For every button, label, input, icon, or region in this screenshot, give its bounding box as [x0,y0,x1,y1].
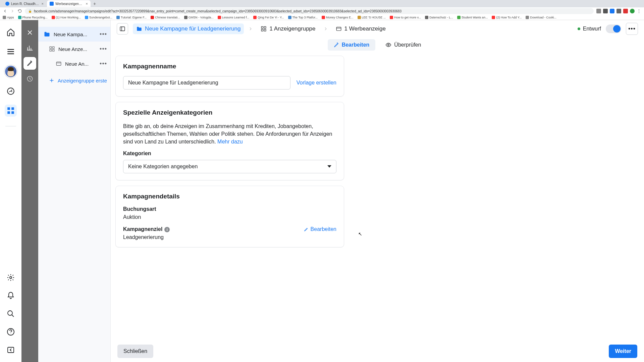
bookmarks-bar: Apps Phone Recycling... (1) How Working.… [0,15,644,20]
bookmark-item[interactable]: The Top 3 Platfor... [288,16,318,19]
breadcrumb-campaign[interactable]: Neue Kampagne für Leadgenerierung [133,23,244,34]
browser-tab-active[interactable]: Werbeanzeigenmanager - We × [47,0,91,7]
breadcrumb-adset[interactable]: 1 Anzeigengruppe [257,23,319,34]
bookmark-item[interactable]: Lessons Learned f... [218,16,250,19]
browser-tab-inactive[interactable]: Leon R. Chaudhari | Facebook × [3,0,46,7]
menu-icon[interactable] [5,46,17,58]
svg-rect-2 [11,107,14,110]
tab-label: Bearbeiten [342,42,370,48]
chart-icon[interactable] [23,42,36,54]
extension-icon[interactable] [630,9,635,13]
bookmark-item[interactable]: GMSN - Vologda... [184,16,214,19]
bookmark-item[interactable]: How to get more v... [390,16,421,19]
help-icon[interactable] [5,326,17,338]
close-button[interactable]: Schließen [117,345,153,358]
svg-point-5 [10,277,12,279]
status-text: Entwurf [583,26,601,32]
more-icon[interactable]: ••• [100,60,107,67]
create-template-link[interactable]: Vorlage erstellen [297,80,336,86]
main-panel: Neue Kampagne für Leadgenerierung 1 Anze… [111,20,644,362]
section-description: Bitte gib an, ob deine Anzeigen im Zusam… [123,122,336,146]
more-icon[interactable]: ••• [100,46,107,53]
bookmark-item[interactable]: Qing Fei De Yi - Y... [253,16,284,19]
bookmark-item[interactable]: Sonderangebot... [85,16,112,19]
close-icon[interactable]: × [42,2,44,6]
extension-icon[interactable] [616,9,621,13]
info-icon[interactable]: i [164,227,170,232]
extension-icon[interactable] [610,9,614,13]
more-button[interactable]: ••• [626,23,638,35]
reload-button[interactable] [17,9,22,13]
next-button[interactable]: Weiter [609,345,637,358]
gauge-icon[interactable] [5,85,17,97]
svg-point-6 [8,311,12,315]
tree-ad-item[interactable]: Neue An... ••• [38,56,110,71]
edit-tool-button[interactable] [23,57,36,70]
grid-icon [49,46,55,52]
extension-icon[interactable] [623,9,628,13]
ads-manager-icon[interactable] [5,105,17,117]
browser-chrome: Leon R. Chaudhari | Facebook × Werbeanze… [0,0,644,20]
account-avatar[interactable] [4,65,17,78]
breadcrumb-row: Neue Kampagne für Leadgenerierung 1 Anze… [111,20,644,38]
bookmark-item[interactable]: (1) How Working... [52,16,81,19]
back-button[interactable] [3,9,7,13]
svg-rect-1 [7,107,10,110]
tab-edit[interactable]: Bearbeiten [328,39,376,51]
extension-icon[interactable] [596,9,601,13]
history-icon[interactable] [23,72,36,85]
status-badge: Entwurf [578,26,601,32]
publish-toggle[interactable] [606,24,621,33]
tab-review[interactable]: Überprüfen [379,39,427,51]
select-value: Keine Kategorien angegeben [128,164,198,170]
search-icon[interactable] [5,308,17,320]
tree-campaign-item[interactable]: Neue Kampa... ••• [38,27,110,42]
cursor-icon: ↖ [358,231,362,237]
notifications-icon[interactable] [5,290,17,302]
tree-adset-item[interactable]: Neue Anze... ••• [38,42,110,56]
facebook-favicon-icon [5,2,9,6]
forward-button[interactable] [10,9,15,13]
more-icon[interactable]: ••• [100,31,107,38]
add-adset-button[interactable]: Anzeigengruppe erste [38,73,110,88]
folder-icon [44,31,50,38]
apps-button[interactable]: Apps [3,16,14,19]
svg-rect-20 [336,27,341,31]
lock-icon: 🔒 [28,9,32,13]
campaign-name-input[interactable] [123,76,290,89]
breadcrumb-ad[interactable]: 1 Werbeanzeige [332,23,389,34]
crumb-label: 1 Werbeanzeige [344,25,386,32]
bookmark-item[interactable]: Datenschutz - L... [425,16,453,19]
svg-rect-3 [7,111,10,114]
url-text: facebook.com/adsmanager/manage/campaigns… [34,9,401,13]
new-tab-button[interactable]: + [91,1,98,6]
bookmark-item[interactable]: Tutorial: Eigene F... [116,16,147,19]
form-scroll-area[interactable]: Kampagnenname Vorlage erstellen Speziell… [111,52,644,341]
browser-menu-icon[interactable]: ⋮ [637,8,641,14]
bookmark-item[interactable]: (2) How To Add Y... [492,16,522,19]
bookmark-item[interactable]: Chinese translati... [151,16,180,19]
close-icon[interactable]: × [86,2,88,6]
status-dot-icon [578,27,580,30]
bookmark-item[interactable]: Phone Recycling... [18,16,48,19]
bookmark-item[interactable]: Student Wants an... [457,16,488,19]
categories-select[interactable]: Keine Kategorien angegeben [123,160,336,173]
fb-ads-favicon-icon [50,2,54,6]
edit-objective-link[interactable]: Bearbeiten [304,226,336,232]
home-icon[interactable] [5,26,17,38]
close-editor-button[interactable] [23,26,36,39]
settings-icon[interactable] [5,272,17,284]
folder-icon [136,26,142,32]
toggle-sidebar-button[interactable] [117,23,128,35]
collapse-icon[interactable] [5,344,17,356]
bookmark-item[interactable]: Money Changes E... [322,16,354,19]
svg-rect-15 [120,27,125,31]
bookmark-item[interactable]: Download - Cooki... [526,16,556,19]
extension-icon[interactable] [603,9,608,13]
url-input[interactable]: 🔒 facebook.com/adsmanager/manage/campaig… [25,8,594,14]
svg-rect-11 [53,47,54,48]
learn-more-link[interactable]: Mehr dazu [217,139,243,144]
bookmark-item[interactable]: LEE 'S HOUSE ... [358,16,386,19]
svg-rect-12 [50,50,51,51]
objective-label: Kampagnenzieli [123,226,301,232]
